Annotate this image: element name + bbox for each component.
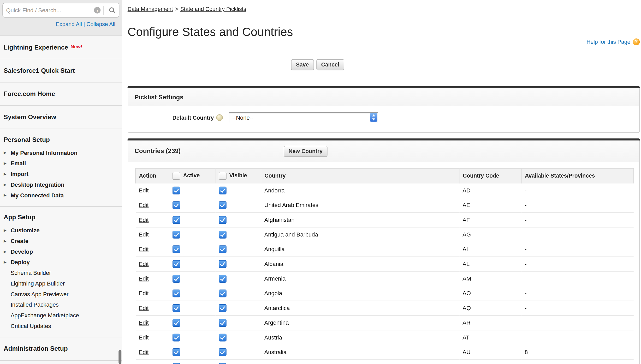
active-checkbox[interactable] xyxy=(172,304,180,312)
edit-link[interactable]: Edit xyxy=(139,217,149,223)
expand-arrow-icon[interactable] xyxy=(4,250,11,253)
breadcrumb-link-picklists[interactable]: State and Country Picklists xyxy=(180,6,246,12)
active-header-checkbox[interactable] xyxy=(173,172,180,180)
active-checkbox[interactable] xyxy=(172,245,180,253)
column-active: Active xyxy=(169,168,215,183)
expand-arrow-icon[interactable] xyxy=(4,239,11,243)
default-country-select[interactable]: --None-- xyxy=(229,112,378,123)
countries-table: Action Active Visible Country Country Co… xyxy=(135,168,633,364)
sidebar-item-import[interactable]: Import xyxy=(0,169,122,179)
edit-link[interactable]: Edit xyxy=(139,349,149,355)
visible-checkbox[interactable] xyxy=(218,260,226,268)
sidebar-heading-salesforce1-quick-start[interactable]: Salesforce1 Quick Start xyxy=(0,59,122,82)
edit-link[interactable]: Edit xyxy=(139,319,149,326)
sidebar-item-deploy[interactable]: Deploy xyxy=(0,257,122,268)
sidebar-item-label: Desktop Integration xyxy=(11,181,64,188)
expand-arrow-icon[interactable] xyxy=(4,228,11,232)
visible-checkbox[interactable] xyxy=(218,275,226,283)
active-checkbox[interactable] xyxy=(172,363,180,364)
visible-checkbox[interactable] xyxy=(218,304,226,312)
save-button[interactable]: Save xyxy=(291,59,314,70)
visible-cell xyxy=(215,227,261,242)
help-link[interactable]: Help for this Page xyxy=(586,39,630,45)
sidebar-heading-system-overview[interactable]: System Overview xyxy=(0,106,122,129)
field-help-icon[interactable] xyxy=(216,114,223,121)
active-checkbox[interactable] xyxy=(172,201,180,209)
edit-link[interactable]: Edit xyxy=(139,202,149,208)
expand-arrow-icon[interactable] xyxy=(4,172,11,176)
breadcrumb-separator: > xyxy=(175,6,178,12)
visible-cell xyxy=(215,213,261,227)
active-checkbox[interactable] xyxy=(172,231,180,239)
edit-link[interactable]: Edit xyxy=(139,290,149,297)
edit-link[interactable]: Edit xyxy=(139,261,149,267)
sidebar-item-develop[interactable]: Develop xyxy=(0,246,122,257)
country-code-cell: AL xyxy=(459,257,521,271)
edit-link[interactable]: Edit xyxy=(139,334,149,341)
sidebar-heading-label: Force.com Home xyxy=(4,90,55,97)
sidebar-item-schema-builder[interactable]: Schema Builder xyxy=(0,268,122,278)
sidebar-heading-force-com-home[interactable]: Force.com Home xyxy=(0,82,122,105)
cancel-button[interactable]: Cancel xyxy=(316,59,344,70)
visible-checkbox[interactable] xyxy=(218,216,226,224)
edit-link[interactable]: Edit xyxy=(139,305,149,311)
sidebar-item-label: Customize xyxy=(11,227,40,234)
active-checkbox[interactable] xyxy=(172,260,180,268)
sidebar-heading-administration-setup[interactable]: Administration Setup xyxy=(0,337,122,360)
visible-cell xyxy=(215,183,261,198)
visible-checkbox[interactable] xyxy=(218,245,226,253)
expand-arrow-icon[interactable] xyxy=(4,260,11,264)
sidebar-item-appexchange-marketplace[interactable]: AppExchange Marketplace xyxy=(0,310,122,321)
edit-link[interactable]: Edit xyxy=(139,246,149,252)
sidebar-item-lightning-app-builder[interactable]: Lightning App Builder xyxy=(0,278,122,289)
sidebar-heading-app-setup: App Setup xyxy=(0,207,122,225)
expand-all-link[interactable]: Expand All xyxy=(56,21,82,27)
active-checkbox[interactable] xyxy=(172,333,180,341)
expand-arrow-icon[interactable] xyxy=(4,151,11,155)
quick-find-box: i xyxy=(2,3,119,17)
sidebar-item-critical-updates[interactable]: Critical Updates xyxy=(0,321,122,331)
sidebar-item-customize[interactable]: Customize xyxy=(0,225,122,236)
sidebar-item-email[interactable]: Email xyxy=(0,158,122,169)
visible-checkbox[interactable] xyxy=(218,201,226,209)
expand-arrow-icon[interactable] xyxy=(4,193,11,197)
active-checkbox[interactable] xyxy=(172,187,180,195)
active-checkbox[interactable] xyxy=(172,275,180,283)
visible-header-checkbox[interactable] xyxy=(219,172,227,180)
active-checkbox[interactable] xyxy=(172,289,180,297)
sidebar-item-canvas-app-previewer[interactable]: Canvas App Previewer xyxy=(0,289,122,299)
info-icon[interactable]: i xyxy=(94,7,100,14)
edit-link[interactable]: Edit xyxy=(139,275,149,282)
visible-checkbox[interactable] xyxy=(218,231,226,239)
visible-checkbox[interactable] xyxy=(218,348,226,356)
expand-arrow-icon[interactable] xyxy=(4,161,11,165)
new-country-button[interactable]: New Country xyxy=(284,146,328,157)
help-icon[interactable]: ? xyxy=(633,38,640,45)
visible-checkbox[interactable] xyxy=(218,363,226,364)
sidebar-item-installed-packages[interactable]: Installed Packages xyxy=(0,299,122,310)
sidebar-section-force-com-home: Force.com Home xyxy=(0,82,122,106)
country-code-cell: AW xyxy=(459,360,521,364)
visible-checkbox[interactable] xyxy=(218,187,226,195)
quick-find-input[interactable] xyxy=(3,7,94,14)
sidebar-scrollbar-thumb[interactable] xyxy=(118,350,121,364)
sidebar-item-create[interactable]: Create xyxy=(0,236,122,246)
expand-arrow-icon[interactable] xyxy=(4,183,11,186)
visible-checkbox[interactable] xyxy=(218,289,226,297)
edit-link[interactable]: Edit xyxy=(139,187,149,194)
sidebar-item-desktop-integration[interactable]: Desktop Integration xyxy=(0,179,122,190)
edit-link[interactable]: Edit xyxy=(139,231,149,238)
search-icon-button[interactable] xyxy=(107,5,117,16)
sidebar-heading-lightning-experience[interactable]: Lightning ExperienceNew! xyxy=(0,36,122,59)
country-name-cell: Austria xyxy=(261,330,459,345)
sidebar-item-my-connected-data[interactable]: My Connected Data xyxy=(0,190,122,201)
visible-checkbox[interactable] xyxy=(218,319,226,327)
breadcrumb-link-data-management[interactable]: Data Management xyxy=(128,6,173,12)
active-checkbox[interactable] xyxy=(172,216,180,224)
sidebar-item-my-personal-information[interactable]: My Personal Information xyxy=(0,147,122,158)
active-checkbox[interactable] xyxy=(172,348,180,356)
visible-checkbox[interactable] xyxy=(218,333,226,341)
active-checkbox[interactable] xyxy=(172,319,180,327)
setup-page: i Expand All | Collapse All Lightning Ex… xyxy=(0,0,641,364)
collapse-all-link[interactable]: Collapse All xyxy=(86,21,115,27)
